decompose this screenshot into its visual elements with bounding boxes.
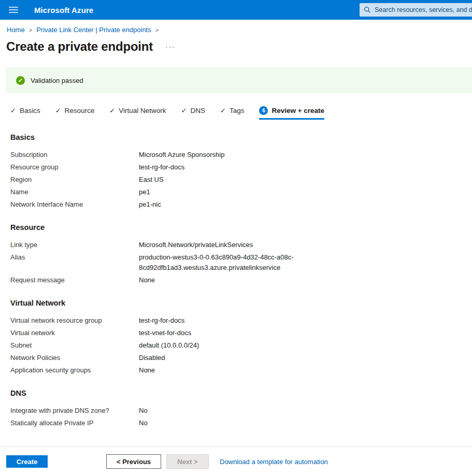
checkmark-icon: ✓ <box>10 107 16 114</box>
review-row: Link type Microsoft.Network/privateLinkS… <box>10 239 472 251</box>
download-template-link[interactable]: Download a template for automation <box>220 458 328 466</box>
row-label: Resource group <box>10 161 139 174</box>
previous-button[interactable]: < Previous <box>106 454 161 469</box>
create-private-endpoint-page: Microsoft Azure Home > Private Link Cent… <box>0 0 472 476</box>
checkmark-icon: ✓ <box>220 107 226 114</box>
page-title: Create a private endpoint <box>6 39 153 54</box>
section-title: Resource <box>10 223 472 232</box>
tab-label: Tags <box>230 107 245 114</box>
check-glyph: ✓ <box>18 77 23 84</box>
row-value: Microsoft Azure Sponsorship <box>139 149 224 161</box>
validation-banner: ✓ Validation passed <box>6 67 472 93</box>
row-label: Request message <box>10 274 139 286</box>
row-value: No <box>139 417 148 429</box>
review-row: Alias production-westus3-0-0.63c890a9-4d… <box>10 251 472 274</box>
row-label: Application security groups <box>10 364 139 377</box>
tab-basics[interactable]: ✓ Basics <box>10 107 40 120</box>
review-row: Virtual network resource group test-rg-f… <box>10 314 472 327</box>
validation-message: Validation passed <box>31 77 83 84</box>
chevron-right-icon: > <box>29 27 32 33</box>
tab-dns[interactable]: ✓ DNS <box>181 107 205 120</box>
row-value: default (10.0.0.0/24) <box>139 339 199 352</box>
row-value: None <box>139 274 155 286</box>
azure-top-bar: Microsoft Azure <box>0 0 472 20</box>
row-label: Link type <box>10 239 139 251</box>
next-button: Next > <box>166 454 209 469</box>
more-options-button[interactable]: ··· <box>165 42 175 52</box>
row-label: Subnet <box>10 339 139 352</box>
chevron-right-icon: > <box>155 27 159 33</box>
row-value: Disabled <box>139 352 165 364</box>
step-number-badge: 6 <box>259 106 268 115</box>
row-value: East US <box>139 174 164 186</box>
breadcrumb: Home > Private Link Center | Private end… <box>7 26 472 34</box>
checkmark-icon: ✓ <box>109 107 115 114</box>
review-row: Application security groups None <box>10 364 472 377</box>
tab-tags[interactable]: ✓ Tags <box>220 107 244 120</box>
review-row: Network Interface Name pe1-nic <box>10 198 472 211</box>
review-row: Statically allocate Private IP No <box>10 417 472 429</box>
section-resource: Resource Link type Microsoft.Network/pri… <box>10 223 472 286</box>
review-row: Subnet default (10.0.0.0/24) <box>10 339 472 352</box>
row-label: Subscription <box>10 149 139 161</box>
review-row: Virtual network test-vnet-for-docs <box>10 327 472 339</box>
tab-label: DNS <box>190 107 205 114</box>
section-dns: DNS Integrate with private DNS zone? No … <box>10 389 472 429</box>
row-label: Network Policies <box>10 352 139 364</box>
success-check-icon: ✓ <box>16 76 25 85</box>
hamburger-menu-button[interactable] <box>8 5 19 15</box>
section-title: DNS <box>10 389 472 397</box>
row-value: pe1 <box>139 186 150 198</box>
create-button[interactable]: Create <box>6 455 48 468</box>
row-label: Virtual network resource group <box>10 314 139 327</box>
row-label: Alias <box>10 251 139 274</box>
search-icon <box>364 6 371 13</box>
section-title: Virtual Network <box>10 299 472 307</box>
breadcrumb-home-link[interactable]: Home <box>7 26 25 34</box>
row-label: Virtual network <box>10 327 139 339</box>
row-value: production-westus3-0-0.63c890a9-4d32-48c… <box>139 251 304 274</box>
review-row: Name pe1 <box>10 186 472 198</box>
section-title: Basics <box>10 133 472 141</box>
tab-label: Virtual Network <box>119 107 166 114</box>
checkmark-icon: ✓ <box>55 107 61 114</box>
row-value: test-rg-for-docs <box>139 161 184 174</box>
row-label: Integrate with private DNS zone? <box>10 405 139 417</box>
row-value: Microsoft.Network/privateLinkServices <box>139 239 253 251</box>
review-row: Resource group test-rg-for-docs <box>10 161 472 174</box>
row-label: Statically allocate Private IP <box>10 417 139 429</box>
review-row: Network Policies Disabled <box>10 352 472 364</box>
row-value: test-rg-for-docs <box>139 314 184 327</box>
row-value: No <box>139 405 148 417</box>
app-title[interactable]: Microsoft Azure <box>34 6 93 15</box>
page-header: Create a private endpoint ··· <box>6 39 472 54</box>
review-row: Request message None <box>10 274 472 286</box>
review-row: Subscription Microsoft Azure Sponsorship <box>10 149 472 161</box>
checkmark-icon: ✓ <box>181 107 187 114</box>
wizard-tab-bar: ✓ Basics ✓ Resource ✓ Virtual Network ✓ … <box>10 106 472 120</box>
review-content: Basics Subscription Microsoft Azure Spon… <box>10 133 472 429</box>
search-input[interactable] <box>375 6 472 13</box>
row-value: None <box>139 364 155 377</box>
global-search-box[interactable] <box>360 3 472 17</box>
row-label: Region <box>10 174 139 186</box>
hamburger-icon <box>9 7 18 13</box>
review-row: Region East US <box>10 174 472 186</box>
row-label: Name <box>10 186 139 198</box>
tab-label: Basics <box>20 107 40 114</box>
breadcrumb-private-link-center-link[interactable]: Private Link Center | Private endpoints <box>36 26 151 34</box>
row-label: Network Interface Name <box>10 198 139 211</box>
row-value: pe1-nic <box>139 198 161 211</box>
tab-label: Review + create <box>271 107 324 114</box>
tab-resource[interactable]: ✓ Resource <box>55 107 95 120</box>
section-basics: Basics Subscription Microsoft Azure Spon… <box>10 133 472 211</box>
footer-action-bar: Create < Previous Next > Download a temp… <box>0 446 472 476</box>
review-row: Integrate with private DNS zone? No <box>10 405 472 417</box>
section-virtual-network: Virtual Network Virtual network resource… <box>10 299 472 377</box>
row-value: test-vnet-for-docs <box>139 327 191 339</box>
tab-review-create[interactable]: 6 Review + create <box>259 106 324 120</box>
ellipsis-icon: ··· <box>165 42 175 51</box>
tab-label: Resource <box>65 107 95 114</box>
tab-virtual-network[interactable]: ✓ Virtual Network <box>109 107 166 120</box>
